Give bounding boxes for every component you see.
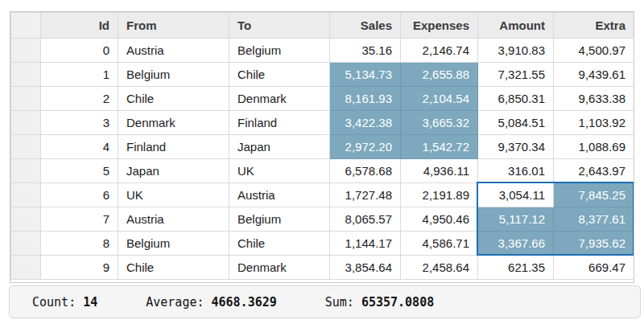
table-cell[interactable]: 35.16 [330,39,401,63]
row-handle[interactable] [11,111,41,135]
table-row: 0AustriaBelgium35.162,146.743,910.834,50… [11,39,634,63]
table-row: 9ChileDenmark3,854.642,458.64621.35669.4… [11,256,634,280]
table-cell[interactable]: 2,972.20 [330,135,401,159]
table-cell[interactable]: 9,439.61 [554,63,634,87]
row-handle[interactable] [11,207,41,232]
table-cell[interactable]: Japan [118,159,229,183]
row-handle[interactable] [11,135,41,159]
table-cell[interactable]: Austria [229,183,330,207]
table-cell[interactable]: 3,422.38 [330,111,401,135]
row-handle[interactable] [11,63,41,87]
table-cell[interactable]: 6,850.31 [478,87,554,111]
table-cell[interactable]: 1,144.17 [330,232,401,256]
table-cell[interactable]: 0 [41,39,118,63]
table-cell[interactable]: 6 [41,183,118,207]
table-row: 3DenmarkFinland3,422.383,665.325,084.511… [11,111,634,135]
table-cell[interactable]: 4 [41,135,118,159]
table-cell[interactable]: 3,367.66 [478,232,554,256]
column-header-extra[interactable]: Extra [554,13,634,39]
table-cell[interactable]: 2,643.97 [554,159,634,183]
table-cell[interactable]: 3,910.83 [478,39,554,63]
table-cell[interactable]: 8 [41,232,118,256]
table-cell[interactable]: Chile [229,232,330,256]
table-cell[interactable]: Austria [118,207,229,232]
table-cell[interactable]: 9,370.34 [478,135,554,159]
table-cell[interactable]: 621.35 [478,256,554,280]
table-cell[interactable]: Finland [229,111,330,135]
column-header-sales[interactable]: Sales [330,13,401,39]
table-cell[interactable]: Belgium [118,63,229,87]
data-table: Id From To Sales Expenses Amount Extra 0… [10,12,634,280]
table-cell[interactable]: 7 [41,207,118,232]
table-cell[interactable]: 316.01 [478,159,554,183]
table-row: 8BelgiumChile1,144.174,586.713,367.667,9… [11,232,634,256]
table-cell[interactable]: 2,104.54 [401,87,478,111]
table-cell[interactable]: Belgium [118,232,229,256]
table-cell[interactable]: 1,088.69 [554,135,634,159]
row-handle[interactable] [11,183,41,207]
row-handle[interactable] [11,87,41,111]
table-cell[interactable]: 5 [41,159,118,183]
table-cell[interactable]: 4,500.97 [554,39,634,63]
table-cell[interactable]: 2,191.89 [401,183,478,207]
active-cell[interactable]: 3,054.11 [478,183,554,207]
table-cell[interactable]: 5,084.51 [478,111,554,135]
table-cell[interactable]: 1,542.72 [401,135,478,159]
table-body: 0AustriaBelgium35.162,146.743,910.834,50… [11,39,634,280]
table-cell[interactable]: 8,065.57 [330,207,401,232]
table-cell[interactable]: Austria [118,39,229,63]
row-handle[interactable] [11,39,41,63]
table-cell[interactable]: 7,321.55 [478,63,554,87]
column-header-expenses[interactable]: Expenses [401,13,478,39]
header-row: Id From To Sales Expenses Amount Extra [11,13,634,39]
table-cell[interactable]: 3 [41,111,118,135]
column-header-to[interactable]: To [229,13,330,39]
table-cell[interactable]: 7,845.25 [554,183,634,207]
table-cell[interactable]: 5,134.73 [330,63,401,87]
table-cell[interactable]: 8,161.93 [330,87,401,111]
table-cell[interactable]: 1,103.92 [554,111,634,135]
status-count-value: 14 [83,295,97,310]
column-header-from[interactable]: From [118,13,229,39]
table-cell[interactable]: 3,854.64 [330,256,401,280]
table-cell[interactable]: 2,655.88 [401,63,478,87]
table-cell[interactable]: 2,146.74 [401,39,478,63]
row-handle[interactable] [11,159,41,183]
status-sum-value: 65357.0808 [361,295,434,310]
table-cell[interactable]: 4,586.71 [401,232,478,256]
row-handle[interactable] [11,232,41,256]
table-row: 4FinlandJapan2,972.201,542.729,370.341,0… [11,135,634,159]
column-header-amount[interactable]: Amount [478,13,554,39]
table-cell[interactable]: Japan [229,135,330,159]
table-cell[interactable]: Denmark [229,87,330,111]
row-handle[interactable] [11,256,41,280]
table-cell[interactable]: 7,935.62 [554,232,634,256]
table-cell[interactable]: 4,950.46 [401,207,478,232]
status-average-value: 4668.3629 [212,295,277,310]
table-cell[interactable]: Chile [229,63,330,87]
table-cell[interactable]: 1 [41,63,118,87]
table-cell[interactable]: 8,377.61 [554,207,634,232]
table-cell[interactable]: 2 [41,87,118,111]
table-cell[interactable]: 6,578.68 [330,159,401,183]
table-cell[interactable]: 669.47 [554,256,634,280]
table-cell[interactable]: 1,727.48 [330,183,401,207]
table-cell[interactable]: Finland [118,135,229,159]
table-cell[interactable]: Denmark [118,111,229,135]
table-cell[interactable]: Chile [118,87,229,111]
table-cell[interactable]: UK [118,183,229,207]
status-count: Count:14 [32,295,97,310]
table-cell[interactable]: 3,665.32 [401,111,478,135]
table-cell[interactable]: Chile [118,256,229,280]
table-cell[interactable]: Belgium [229,39,330,63]
data-grid: Id From To Sales Expenses Amount Extra 0… [10,11,634,283]
table-cell[interactable]: 5,117.12 [478,207,554,232]
column-header-id[interactable]: Id [41,13,118,39]
table-cell[interactable]: 2,458.64 [401,256,478,280]
table-cell[interactable]: UK [229,159,330,183]
table-cell[interactable]: 9 [41,256,118,280]
table-cell[interactable]: Denmark [229,256,330,280]
table-cell[interactable]: 4,936.11 [401,159,478,183]
table-cell[interactable]: Belgium [229,207,330,232]
table-cell[interactable]: 9,633.38 [554,87,634,111]
